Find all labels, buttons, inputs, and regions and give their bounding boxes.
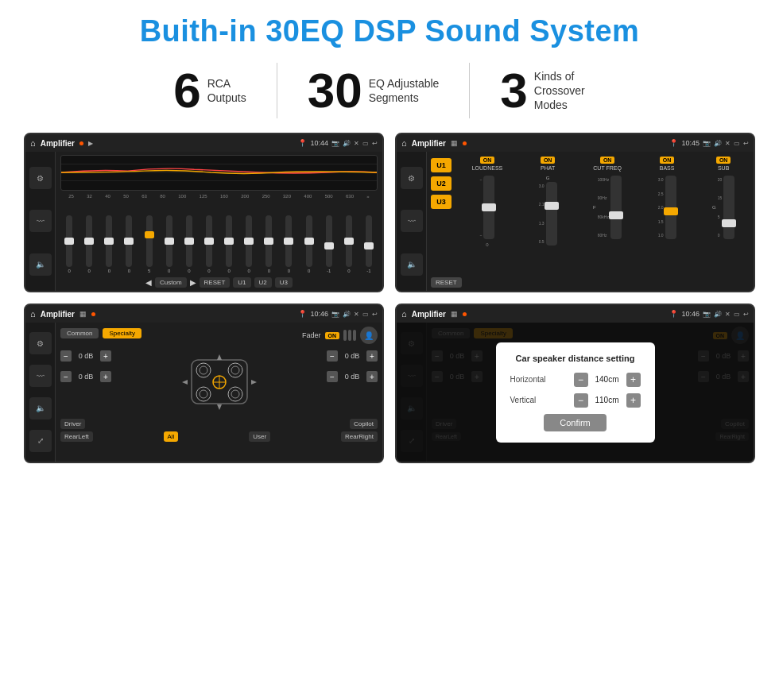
eq-custom-btn[interactable]: Custom [155, 277, 187, 288]
home-icon-3[interactable]: ⌂ [30, 309, 36, 319]
fad-wave-btn[interactable]: 〰 [29, 365, 52, 387]
grid-icon-4: ▦ [451, 310, 458, 318]
fader-tabs: Common Specialty [60, 328, 141, 338]
preset-u1-btn[interactable]: U1 [431, 158, 452, 172]
eq-u1-btn[interactable]: U1 [233, 277, 250, 288]
crossover-screen-content: ⚙ 〰 🔈 U1 U2 U3 [397, 152, 754, 291]
user-btn[interactable]: User [249, 431, 270, 442]
eq-slider-7: 0 [206, 215, 212, 273]
co-speaker-btn[interactable]: 🔈 [401, 253, 423, 276]
db-minus-3[interactable]: − [327, 371, 338, 382]
home-icon-2[interactable]: ⌂ [401, 138, 407, 148]
fader-dialog-screen-content: ⚙ 〰 🔈 ⤢ Common Specialty ON 👤 [397, 323, 754, 462]
status-dot-2 [463, 141, 467, 145]
stat-label-rca: RCA Outputs [207, 76, 246, 105]
db-minus-1[interactable]: − [60, 371, 72, 382]
back-icon-2[interactable]: ↩ [743, 140, 749, 147]
stat-eq: 30 EQ Adjustable Segments [277, 66, 470, 115]
fad-filter-btn[interactable]: ⚙ [29, 332, 52, 354]
preset-u3-btn[interactable]: U3 [431, 195, 452, 209]
status-bar-3: ⌂ Amplifier ▦ 📍 10:46 📷 🔊 ✕ ▭ ↩ [25, 305, 382, 323]
db-minus-0[interactable]: − [60, 350, 72, 362]
svg-point-11 [231, 390, 239, 398]
db-value-0: 0 dB [74, 352, 98, 360]
rearleft-btn[interactable]: RearLeft [60, 431, 93, 442]
db-plus-0[interactable]: + [100, 350, 111, 362]
screen-title-1: Amplifier [41, 139, 75, 148]
dialog-horizontal-label: Horizontal [510, 375, 554, 384]
bass-toggle[interactable]: ON [660, 157, 675, 164]
status-bar-1: ⌂ Amplifier ▶ 📍 10:44 📷 🔊 ✕ ▭ ↩ [25, 134, 382, 152]
bass-track[interactable] [665, 176, 676, 239]
db-minus-2[interactable]: − [327, 350, 338, 362]
db-plus-2[interactable]: + [366, 350, 378, 362]
cutfreq-track[interactable] [610, 176, 622, 239]
eq-slider-5: 0 [166, 215, 172, 273]
dialog-overlay: Car speaker distance setting Horizontal … [397, 323, 754, 462]
fader-toggle-btn[interactable]: ON [325, 332, 340, 339]
phat-toggle[interactable]: ON [541, 157, 556, 164]
dialog-vertical-minus[interactable]: − [574, 393, 588, 408]
loudness-toggle[interactable]: ON [480, 157, 495, 164]
tab-common[interactable]: Common [60, 328, 99, 338]
co-wave-btn[interactable]: 〰 [401, 210, 423, 232]
cutfreq-col: ON CUT FREQ F 100Hz90Hz80kHz60Hz [593, 157, 622, 239]
cutfreq-toggle[interactable]: ON [600, 157, 615, 164]
preset-col: U1 U2 U3 [431, 155, 452, 273]
volume-icon-2: 🔊 [714, 140, 722, 147]
x-icon-3: ✕ [354, 311, 359, 318]
back-icon-3[interactable]: ↩ [372, 311, 378, 318]
eq-u3-btn[interactable]: U3 [275, 277, 293, 288]
fad-expand-btn[interactable]: ⤢ [29, 430, 52, 452]
db-plus-3[interactable]: + [366, 371, 378, 382]
camera-icon-1: 📷 [331, 140, 339, 147]
dialog-vertical-plus[interactable]: + [626, 393, 641, 408]
preset-u2-btn[interactable]: U2 [431, 176, 452, 191]
grid-icon-2: ▦ [451, 139, 458, 147]
copilot-btn[interactable]: Copilot [350, 419, 378, 429]
home-icon-1[interactable]: ⌂ [30, 138, 36, 148]
loudness-track[interactable] [483, 176, 494, 239]
tab-specialty[interactable]: Specialty [103, 328, 141, 338]
eq-slider-3: 0 [126, 215, 132, 273]
eq-wave-btn[interactable]: 〰 [29, 210, 52, 232]
eq-u2-btn[interactable]: U2 [254, 277, 272, 288]
speaker-diagram-svg [176, 348, 263, 416]
phat-track[interactable] [546, 182, 557, 246]
dialog-horizontal-plus[interactable]: + [626, 373, 641, 387]
all-btn[interactable]: All [164, 431, 179, 442]
fad-speaker-btn[interactable]: 🔈 [29, 397, 52, 420]
svg-point-7 [231, 366, 239, 374]
eq-screen-content: ⚙ 〰 🔈 [25, 152, 382, 291]
svg-marker-16 [217, 404, 222, 410]
sub-toggle[interactable]: ON [716, 157, 731, 164]
db-plus-1[interactable]: + [100, 371, 111, 382]
eq-slider-14: 0 [346, 215, 352, 273]
sub-track[interactable] [723, 176, 734, 239]
stats-row: 6 RCA Outputs 30 EQ Adjustable Segments … [24, 63, 755, 118]
status-dot-3 [91, 312, 95, 316]
rearright-btn[interactable]: RearRight [341, 431, 378, 442]
svg-marker-18 [251, 380, 257, 385]
co-filter-btn[interactable]: ⚙ [401, 167, 423, 189]
back-icon-4[interactable]: ↩ [743, 311, 749, 318]
dialog-horizontal-minus[interactable]: − [574, 373, 588, 387]
map-icon-1: 📍 [298, 139, 307, 147]
back-icon-1[interactable]: ↩ [372, 140, 378, 147]
dialog-confirm-button[interactable]: Confirm [544, 414, 607, 431]
crossover-reset-btn[interactable]: RESET [431, 277, 462, 288]
eq-filter-btn[interactable]: ⚙ [29, 167, 52, 189]
status-bar-4: ⌂ Amplifier ▦ 📍 10:46 📷 🔊 ✕ ▭ ↩ [397, 305, 754, 323]
dialog-row-vertical: Vertical − 110cm + [510, 393, 641, 408]
home-icon-4[interactable]: ⌂ [401, 309, 407, 319]
fader-main: Common Specialty Fader ON 👤 [56, 323, 382, 462]
eq-reset-btn[interactable]: RESET [200, 277, 231, 288]
screen-eq: ⌂ Amplifier ▶ 📍 10:44 📷 🔊 ✕ ▭ ↩ ⚙ [24, 133, 384, 292]
left-db-controls: − 0 dB + − 0 dB + [60, 348, 111, 385]
driver-btn[interactable]: Driver [60, 419, 85, 429]
eq-prev-btn[interactable]: ◀ [145, 278, 152, 287]
db-control-1: − 0 dB + [60, 371, 111, 382]
eq-speaker-btn[interactable]: 🔈 [29, 253, 52, 276]
eq-next-btn[interactable]: ▶ [190, 278, 196, 287]
eq-slider-11: 0 [285, 215, 292, 273]
